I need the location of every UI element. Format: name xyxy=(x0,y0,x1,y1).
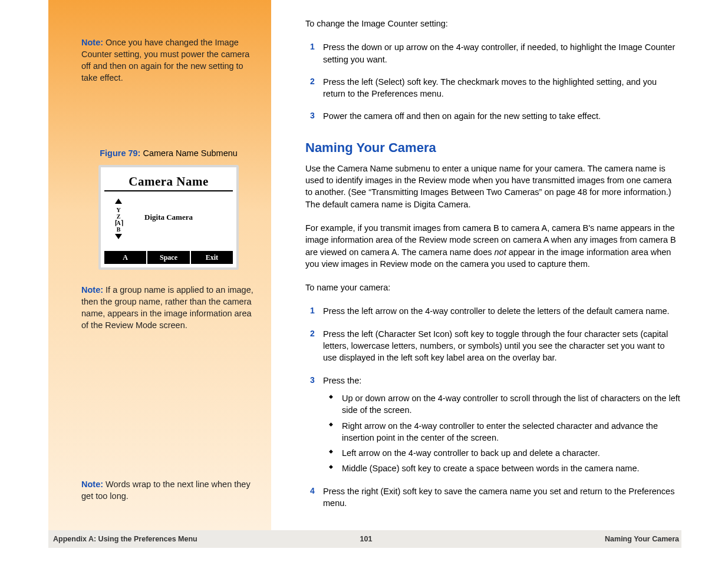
intro-change-counter: To change the Image Counter setting: xyxy=(305,18,680,29)
manual-page: Note: Once you have changed the Image Co… xyxy=(48,0,681,562)
camera-screen-title: Camera Name xyxy=(104,171,233,191)
bullet-item: Middle (Space) soft key to create a spac… xyxy=(334,462,680,474)
note-text: If a group name is applied to an image, … xyxy=(81,285,253,330)
bullet-item: Up or down arrow on the 4-way controller… xyxy=(334,392,680,416)
note-text: Once you have changed the Image Counter … xyxy=(81,38,249,82)
bullet-item: Right arrow on the 4-way controller to e… xyxy=(334,420,680,444)
chevron-up-icon xyxy=(115,199,122,204)
note-label: Note: xyxy=(81,38,103,47)
char-b: B xyxy=(117,226,121,233)
softkey-left: A xyxy=(104,251,146,264)
figure-label: Figure 79: xyxy=(100,148,140,158)
camera-screen-body: Y Z ⌈A⌉ B Digita Camera xyxy=(104,191,233,249)
step-text: Press the down or up arrow on the 4-way … xyxy=(323,42,675,64)
page-footer: Appendix A: Using the Preferences Menu 1… xyxy=(48,530,681,548)
note-text: Words wrap to the next line when they ge… xyxy=(81,480,251,501)
step-item: 3Press the: Up or down arrow on the 4-wa… xyxy=(321,375,680,475)
bullet-item: Left arrow on the 4-way controller to ba… xyxy=(334,447,680,459)
note-label: Note: xyxy=(81,480,103,489)
figure-caption: Figure 79: Camera Name Submenu xyxy=(81,148,256,158)
note-power-cycle: Note: Once you have changed the Image Co… xyxy=(81,37,256,84)
step-item: 2Press the left (Character Set Icon) sof… xyxy=(321,328,680,364)
camera-name-value: Digita Camera xyxy=(104,213,233,222)
para-italic: not xyxy=(495,247,506,257)
intro-name-camera: To name your camera: xyxy=(305,282,680,293)
main-content: To change the Image Counter setting: 1Pr… xyxy=(305,18,680,520)
chevron-down-icon xyxy=(115,234,122,239)
footer-left: Appendix A: Using the Preferences Menu xyxy=(53,535,360,543)
step-item: 1Press the left arrow on the 4-way contr… xyxy=(321,305,680,317)
note-label: Note: xyxy=(81,285,103,295)
step-item: 2Press the left (Select) soft key. The c… xyxy=(321,76,680,100)
step-item: 4Press the right (Exit) soft key to save… xyxy=(321,485,680,510)
step-item: 3Power the camera off and then on again … xyxy=(321,110,680,122)
softkey-bar: A Space Exit xyxy=(104,251,233,264)
steps-change-counter: 1Press the down or up arrow on the 4-way… xyxy=(305,41,680,122)
softkey-right: Exit xyxy=(190,251,233,264)
note-word-wrap: Note: Words wrap to the next line when t… xyxy=(81,478,256,502)
step-text: Press the right (Exit) soft key to save … xyxy=(323,487,674,508)
section-heading-naming: Naming Your Camera xyxy=(305,140,680,156)
steps-name-camera: 1Press the left arrow on the 4-way contr… xyxy=(305,305,680,509)
substeps: Up or down arrow on the 4-way controller… xyxy=(323,392,680,475)
footer-page-number: 101 xyxy=(360,535,373,543)
note-group-name: Note: If a group name is applied to an i… xyxy=(81,284,256,331)
step-text: Press the left (Character Set Icon) soft… xyxy=(323,329,668,363)
para-use-submenu: Use the Camera Name submenu to enter a u… xyxy=(305,163,680,210)
step-item: 1Press the down or up arrow on the 4-way… xyxy=(321,41,680,65)
step-text: Press the left (Select) soft key. The ch… xyxy=(323,77,657,98)
step-text: Power the camera off and then on again f… xyxy=(323,111,601,121)
para-example: For example, if you transmit images from… xyxy=(305,222,680,270)
camera-screen-inner: Camera Name Y Z ⌈A⌉ B Digita Camera A Sp… xyxy=(104,171,233,264)
figure-title: Camera Name Submenu xyxy=(140,148,237,158)
sidebar: Note: Once you have changed the Image Co… xyxy=(48,0,271,530)
softkey-middle: Space xyxy=(146,251,189,264)
camera-name-submenu-figure: Camera Name Y Z ⌈A⌉ B Digita Camera A Sp… xyxy=(98,165,239,270)
step-text: Press the: xyxy=(323,376,361,385)
step-text: Press the left arrow on the 4-way contro… xyxy=(323,306,670,316)
footer-right: Naming Your Camera xyxy=(372,535,679,543)
